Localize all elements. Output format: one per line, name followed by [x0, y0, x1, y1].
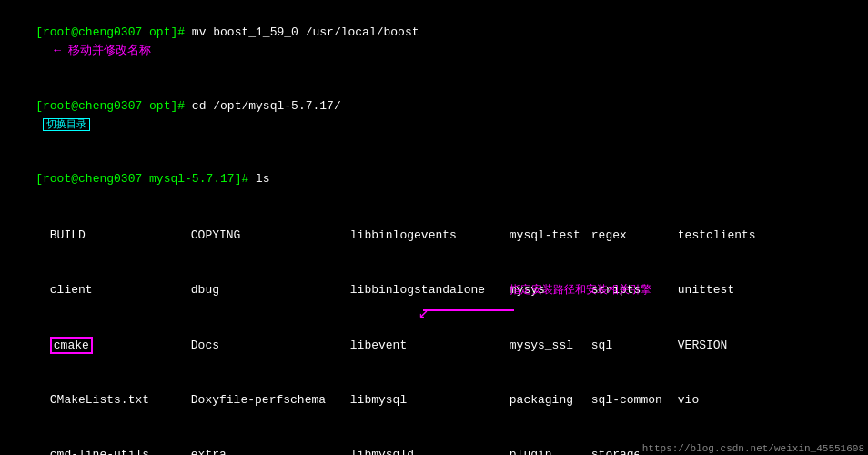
install-path-annotation: 指定安装路径和安装相关引擎	[510, 282, 651, 298]
prompt-2: [root@cheng0307 opt]#	[35, 99, 192, 113]
ls-output: BUILDCOPYINGlibbinlogeventsmysql-testreg…	[7, 208, 861, 455]
prompt-3: [root@cheng0307 mysql-5.7.17]#	[35, 172, 256, 186]
move-annotation: 移动并修改名称	[68, 44, 151, 57]
arrow-head: ↙	[419, 302, 429, 322]
cd-command-line: [root@cheng0307 opt]# cd /opt/mysql-5.7.…	[7, 79, 861, 153]
arrow-line	[423, 309, 514, 311]
mv-command-line: [root@cheng0307 opt]# mv boost_1_59_0 /u…	[7, 5, 861, 79]
switch-dir-badge: 切换目录	[43, 118, 90, 131]
prompt-1: [root@cheng0307 opt]#	[35, 25, 192, 39]
terminal: [root@cheng0307 opt]# mv boost_1_59_0 /u…	[0, 0, 868, 455]
ls-command-line: [root@cheng0307 mysql-5.7.17]# ls	[7, 152, 861, 207]
ls-row-1: BUILDCOPYINGlibbinlogeventsmysql-testreg…	[7, 208, 861, 263]
ls-row-3: cmakeDocslibeventmysys_sslsqlVERSION	[7, 318, 861, 372]
url-bar: https://blog.csdn.net/weixin_45551608	[639, 442, 868, 455]
mv-command: mv boost_1_59_0 /usr/local/boost	[192, 25, 419, 39]
ls-row-4: CMakeLists.txtDoxyfile-perfschemalibmysq…	[7, 373, 861, 428]
ls-command: ls	[256, 172, 270, 186]
cd-command: cd /opt/mysql-5.7.17/	[192, 99, 341, 113]
